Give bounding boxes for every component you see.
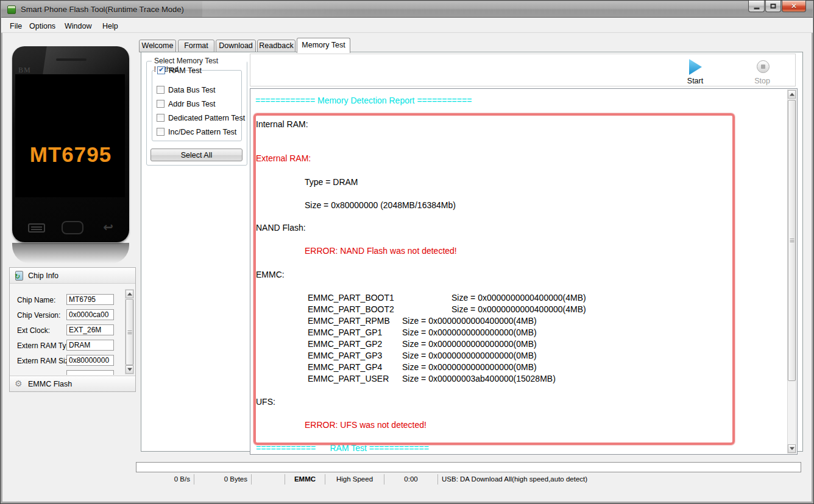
chip-name-label: Chip Name: bbox=[17, 296, 55, 304]
report-scrollbar[interactable] bbox=[787, 89, 796, 453]
memory-test-method-group: Select Memory Test Method RAM Test Data … bbox=[146, 61, 247, 166]
minimize-icon bbox=[754, 8, 759, 10]
scroll-up-icon[interactable] bbox=[126, 290, 133, 298]
app-icon bbox=[7, 5, 16, 14]
start-button[interactable]: Start bbox=[674, 54, 717, 86]
minimize-button[interactable] bbox=[748, 1, 765, 12]
scroll-grip-icon bbox=[127, 331, 132, 334]
phone-screen bbox=[15, 74, 125, 197]
status-time: 0:00 bbox=[384, 474, 438, 485]
scroll-down-icon[interactable] bbox=[126, 365, 133, 374]
memory-test-page: Select Memory Test Method RAM Test Data … bbox=[141, 52, 803, 452]
gear-icon: ⚙ bbox=[15, 379, 23, 388]
tab-readback[interactable]: Readback bbox=[257, 40, 296, 52]
title-bar: Smart Phone Flash Tool(Runtime Trace Mod… bbox=[1, 1, 813, 18]
phone-back-icon: ↩ bbox=[103, 220, 113, 234]
status-bytes: 0 Bytes bbox=[194, 474, 252, 485]
report-header: ============ Memory Detection Report ===… bbox=[255, 96, 472, 105]
report-scroll-down-icon[interactable] bbox=[788, 444, 796, 453]
status-empty bbox=[252, 474, 285, 485]
chip-name-input[interactable] bbox=[66, 294, 114, 305]
addr-bus-label: Addr Bus Test bbox=[168, 100, 216, 108]
dedicated-pattern-checkbox-icon[interactable] bbox=[157, 114, 165, 122]
close-button[interactable]: ✕ bbox=[782, 1, 806, 12]
tab-download[interactable]: Download bbox=[216, 40, 256, 52]
stop-button[interactable]: Stop bbox=[741, 54, 784, 86]
select-all-button[interactable]: Select All bbox=[150, 149, 242, 161]
report-scroll-thumb[interactable] bbox=[788, 100, 796, 381]
chip-info-icon bbox=[15, 271, 23, 281]
tab-welcome[interactable]: Welcome bbox=[139, 40, 176, 52]
chip-info-body: Chip Name: Chip Version: Ext Clock: Exte… bbox=[10, 284, 135, 375]
report-highlight-box bbox=[253, 113, 735, 445]
report-scroll-up-icon[interactable] bbox=[788, 90, 796, 99]
emmc-flash-title: EMMC Flash bbox=[28, 380, 72, 388]
status-storage: EMMC bbox=[285, 474, 325, 485]
ram-test-label: RAM Test bbox=[169, 66, 202, 75]
ext-clock-input[interactable] bbox=[66, 324, 114, 335]
report-scroll-grip-icon bbox=[790, 239, 794, 242]
start-label: Start bbox=[674, 77, 717, 85]
phone-speaker bbox=[56, 58, 87, 61]
phone-home-button-icon bbox=[62, 221, 83, 234]
extra-field-input[interactable] bbox=[66, 370, 114, 375]
menu-item-window[interactable]: Window bbox=[62, 21, 94, 32]
tab-format[interactable]: Format bbox=[178, 40, 214, 52]
chip-info-header[interactable]: Chip Info bbox=[10, 268, 135, 284]
menu-bar: File Options Window Help bbox=[1, 18, 813, 33]
status-speed: 0 B/s bbox=[136, 474, 194, 485]
stop-icon bbox=[757, 60, 770, 73]
status-usb-speed: High Speed bbox=[325, 474, 384, 485]
phone-menu-icon bbox=[28, 223, 45, 233]
phone-nav-bar: ↩ bbox=[12, 220, 129, 238]
emmc-flash-header[interactable]: ⚙ EMMC Flash bbox=[10, 376, 135, 391]
ext-clock-label: Ext Clock: bbox=[17, 326, 50, 335]
close-icon: ✕ bbox=[791, 2, 797, 10]
window-title: Smart Phone Flash Tool(Runtime Trace Mod… bbox=[21, 5, 184, 14]
status-bar: 0 B/s 0 Bytes EMMC High Speed 0:00 USB: … bbox=[136, 474, 801, 485]
phone-brand-label: BM bbox=[18, 66, 31, 75]
stop-label: Stop bbox=[741, 77, 784, 85]
report-area: ============ Memory Detection Report ===… bbox=[250, 88, 798, 455]
extern-ram-type-input[interactable] bbox=[66, 340, 114, 351]
chip-version-label: Chip Version: bbox=[17, 311, 60, 320]
start-play-icon bbox=[689, 59, 702, 75]
menu-item-file[interactable]: File bbox=[7, 21, 25, 32]
titlebar-sheen bbox=[202, 1, 458, 17]
incdec-pattern-label: Inc/Dec Pattern Test bbox=[168, 128, 236, 136]
progress-bar bbox=[136, 462, 801, 472]
chip-info-title: Chip Info bbox=[28, 271, 58, 280]
chip-info-scrollbar[interactable] bbox=[125, 289, 134, 374]
status-usb-info: USB: DA Download All(high speed,auto det… bbox=[438, 474, 801, 485]
scroll-thumb[interactable] bbox=[126, 299, 133, 365]
ram-test-group: RAM Test Data Bus Test Addr Bus Test Ded… bbox=[152, 70, 242, 141]
addr-bus-checkbox-icon[interactable] bbox=[157, 100, 165, 108]
dedicated-pattern-label: Dedicated Pattern Test bbox=[168, 114, 245, 122]
tab-memory-test[interactable]: Memory Test bbox=[297, 38, 350, 53]
data-bus-checkbox-icon[interactable] bbox=[157, 86, 165, 94]
phone-chip-label: MT6795 bbox=[12, 142, 129, 167]
chip-version-input[interactable] bbox=[66, 309, 114, 320]
chip-info-panel: Chip Info Chip Name: Chip Version: Ext C… bbox=[9, 267, 136, 392]
ram-test-checkbox-icon[interactable] bbox=[157, 66, 165, 74]
phone-preview: BM MT6795 ↩ bbox=[12, 46, 129, 242]
ram-test-checkbox[interactable]: RAM Test bbox=[155, 66, 159, 75]
extern-ram-size-input[interactable] bbox=[66, 355, 114, 366]
app-window: Smart Phone Flash Tool(Runtime Trace Mod… bbox=[0, 0, 814, 504]
menu-item-help[interactable]: Help bbox=[99, 21, 121, 32]
phone-reflection bbox=[12, 243, 129, 264]
maximize-button[interactable] bbox=[765, 1, 781, 12]
menu-item-options[interactable]: Options bbox=[26, 21, 58, 32]
data-bus-label: Data Bus Test bbox=[168, 86, 216, 94]
maximize-icon bbox=[771, 4, 776, 9]
incdec-pattern-checkbox-icon[interactable] bbox=[157, 128, 165, 136]
test-toolbar: Start Stop bbox=[250, 54, 796, 86]
